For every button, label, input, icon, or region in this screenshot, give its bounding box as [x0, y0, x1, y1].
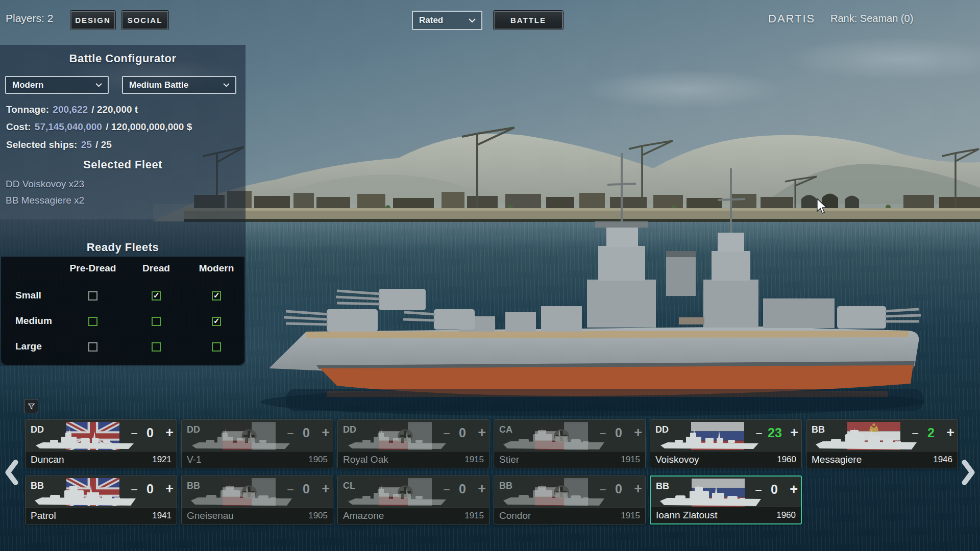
chevron-down-icon — [223, 83, 230, 87]
fleet-checkbox-large-pre-dread[interactable] — [88, 342, 97, 352]
ship-card-v-1[interactable]: DD−0+V-11905 — [181, 419, 333, 468]
ship-card-namebar: Condor1915 — [494, 507, 645, 524]
ship-card-namebar: Royal Oak1915 — [338, 451, 489, 468]
decrease-count-button[interactable]: − — [599, 484, 606, 496]
ship-name: Stier — [499, 454, 519, 465]
ship-card-patrol[interactable]: BB−0+Patrol1941 — [25, 475, 177, 524]
decrease-count-button[interactable]: − — [131, 484, 138, 496]
ship-name: Messagiere — [812, 454, 862, 465]
match-mode-dropdown[interactable]: Rated — [412, 11, 482, 30]
ship-silhouette — [33, 428, 141, 452]
increase-count-button[interactable]: + — [478, 426, 486, 440]
ship-card-namebar: Messagiere1946 — [806, 451, 958, 468]
fleet-column-header: Modern — [181, 263, 252, 274]
era-dropdown-value: Modern — [12, 80, 43, 90]
stat-line: Tonnage: 200,622 / 220,000 t — [6, 104, 138, 115]
selected-fleet-item: DD Voiskovoy x23 — [6, 179, 84, 190]
chevron-down-icon — [95, 83, 103, 87]
ship-card-royal-oak[interactable]: DD−0+Royal Oak1915 — [337, 419, 489, 468]
social-button[interactable]: SOCIAL — [121, 11, 168, 30]
ship-year: 1905 — [308, 511, 328, 521]
fleet-checkbox-medium-modern[interactable] — [212, 317, 221, 326]
ship-silhouette — [814, 428, 922, 452]
ship-card-gneisenau[interactable]: BB−0+Gneisenau1905 — [181, 475, 333, 524]
increase-count-button[interactable]: + — [790, 426, 798, 440]
fleet-checkbox-large-modern[interactable] — [212, 342, 221, 352]
battle-size-dropdown-value: Medium Battle — [129, 80, 188, 90]
chevron-down-icon — [468, 18, 476, 23]
ship-year: 1946 — [933, 455, 952, 465]
fleet-row-label: Medium — [15, 315, 52, 327]
game-screen: Players: 2 DESIGN SOCIAL Rated BATTLE DA… — [0, 0, 980, 551]
ship-silhouette — [189, 484, 297, 508]
fleet-checkbox-medium-pre-dread[interactable] — [88, 317, 97, 326]
ship-count: 0 — [139, 427, 161, 439]
ship-year: 1915 — [464, 511, 484, 521]
selected-fleet-item: BB Messagiere x2 — [6, 195, 84, 206]
ship-card-condor[interactable]: BB−0+Condor1915 — [494, 475, 646, 524]
increase-count-button[interactable]: + — [165, 482, 174, 496]
ship-silhouette — [345, 428, 453, 452]
ship-card-duncan[interactable]: DD−0+Duncan1921 — [25, 419, 177, 468]
increase-count-button[interactable]: + — [634, 482, 642, 496]
ship-card-amazone[interactable]: CL−0+Amazone1915 — [337, 475, 489, 524]
fleet-checkbox-small-dread[interactable] — [152, 291, 161, 300]
decrease-count-button[interactable]: − — [287, 484, 294, 496]
ship-card-messagiere[interactable]: BB−2+Messagiere1946 — [806, 419, 958, 468]
ship-name: Voiskovoy — [655, 454, 699, 465]
battle-size-dropdown[interactable]: Medium Battle — [122, 76, 236, 94]
decrease-count-button[interactable]: − — [755, 428, 763, 440]
ship-card-stier[interactable]: CA−0+Stier1915 — [494, 419, 646, 468]
stat-label: Tonnage: — [6, 104, 52, 115]
fleet-checkbox-small-pre-dread[interactable] — [88, 291, 97, 300]
ready-fleets-title: Ready Fleets — [0, 241, 246, 254]
era-dropdown[interactable]: Modern — [5, 76, 109, 94]
fleet-checkbox-small-modern[interactable] — [212, 291, 221, 300]
ship-card-voiskovoy[interactable]: DD−23+Voiskovoy1960 — [650, 419, 802, 468]
ship-name: Gneisenau — [187, 510, 234, 521]
ship-card-namebar: Patrol1941 — [26, 507, 177, 524]
ship-card-ioann-zlatoust[interactable]: BB−0+Ioann Zlatoust1960 — [650, 475, 802, 524]
decrease-count-button[interactable]: − — [599, 428, 606, 440]
ship-count: 0 — [451, 427, 474, 439]
decrease-count-button[interactable]: − — [131, 428, 138, 440]
decrease-count-button[interactable]: − — [755, 484, 762, 496]
stat-value: 57,145,040,000 — [35, 121, 102, 132]
increase-count-button[interactable]: + — [478, 482, 486, 496]
ship-year: 1915 — [621, 511, 640, 521]
increase-count-button[interactable]: + — [946, 426, 954, 440]
increase-count-button[interactable]: + — [790, 483, 798, 496]
increase-count-button[interactable]: + — [634, 426, 642, 440]
ship-count: 0 — [451, 483, 474, 495]
ship-silhouette — [657, 428, 766, 452]
increase-count-button[interactable]: + — [322, 482, 330, 496]
battle-configurator-panel: Battle Configurator Modern Medium Battle… — [0, 45, 246, 366]
battle-button[interactable]: BATTLE — [494, 11, 563, 30]
ship-year: 1905 — [308, 455, 328, 465]
increase-count-button[interactable]: + — [322, 426, 330, 440]
design-button[interactable]: DESIGN — [70, 11, 115, 30]
stat-max: / 25 — [93, 139, 112, 150]
ship-card-namebar: Ioann Zlatoust1960 — [651, 507, 801, 523]
scroll-right-arrow[interactable] — [961, 458, 976, 489]
ship-silhouette — [189, 428, 297, 452]
fleet-row-label: Small — [15, 290, 41, 301]
filter-button[interactable] — [24, 399, 38, 413]
decrease-count-button[interactable]: − — [443, 484, 450, 496]
ship-silhouette — [501, 428, 609, 452]
decrease-count-button[interactable]: − — [287, 428, 294, 440]
fleet-checkbox-medium-dread[interactable] — [152, 317, 161, 326]
ship-count: 2 — [920, 427, 942, 439]
players-count-label: Players: 2 — [6, 12, 53, 24]
ship-count: 0 — [295, 427, 317, 439]
fleet-checkbox-large-dread[interactable] — [152, 342, 161, 352]
increase-count-button[interactable]: + — [165, 426, 174, 440]
ship-year: 1960 — [776, 510, 796, 520]
fleet-row-label: Large — [15, 341, 42, 352]
selected-fleet-title: Selected Fleet — [0, 158, 246, 171]
scroll-left-arrow[interactable] — [4, 458, 19, 489]
ship-silhouette — [33, 484, 141, 508]
ship-count: 0 — [607, 427, 630, 439]
decrease-count-button[interactable]: − — [912, 428, 919, 440]
decrease-count-button[interactable]: − — [443, 428, 450, 440]
